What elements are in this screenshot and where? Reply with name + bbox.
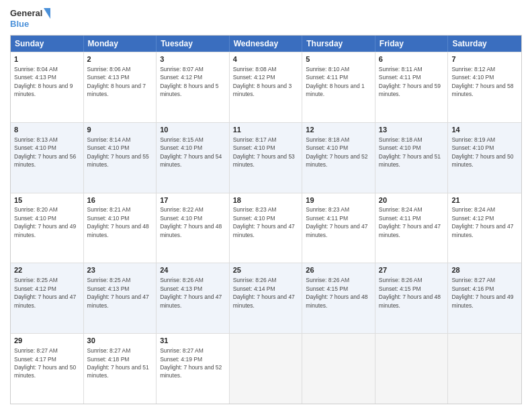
cal-cell: 2Sunrise: 8:06 AMSunset: 4:13 PMDaylight… bbox=[84, 52, 157, 122]
cal-cell: 25Sunrise: 8:26 AMSunset: 4:14 PMDayligh… bbox=[230, 263, 303, 333]
cell-text: Sunrise: 8:24 AMSunset: 4:12 PMDaylight:… bbox=[451, 206, 513, 238]
day-number: 10 bbox=[160, 125, 226, 135]
day-number: 27 bbox=[379, 265, 445, 275]
cal-cell: 27Sunrise: 8:26 AMSunset: 4:15 PMDayligh… bbox=[375, 263, 449, 333]
day-number: 18 bbox=[233, 195, 299, 205]
cal-cell: 17Sunrise: 8:22 AMSunset: 4:10 PMDayligh… bbox=[157, 193, 230, 263]
header-cell-sunday: Sunday bbox=[11, 36, 84, 52]
cal-cell bbox=[302, 334, 375, 404]
cal-cell: 10Sunrise: 8:15 AMSunset: 4:10 PMDayligh… bbox=[157, 123, 230, 193]
day-number: 16 bbox=[87, 195, 153, 205]
cell-text: Sunrise: 8:26 AMSunset: 4:13 PMDaylight:… bbox=[160, 277, 222, 308]
calendar-header: SundayMondayTuesdayWednesdayThursdayFrid… bbox=[11, 36, 521, 52]
cell-text: Sunrise: 8:27 AMSunset: 4:19 PMDaylight:… bbox=[160, 347, 222, 379]
cal-cell: 22Sunrise: 8:25 AMSunset: 4:12 PMDayligh… bbox=[11, 263, 84, 333]
day-number: 17 bbox=[160, 195, 226, 205]
cal-row-4: 29Sunrise: 8:27 AMSunset: 4:17 PMDayligh… bbox=[11, 333, 521, 404]
cell-text: Sunrise: 8:06 AMSunset: 4:13 PMDaylight:… bbox=[87, 66, 146, 97]
cal-cell: 30Sunrise: 8:27 AMSunset: 4:18 PMDayligh… bbox=[84, 334, 157, 404]
cal-row-2: 15Sunrise: 8:20 AMSunset: 4:10 PMDayligh… bbox=[11, 193, 521, 263]
day-number: 8 bbox=[14, 125, 80, 135]
day-number: 23 bbox=[87, 265, 153, 275]
cal-cell: 16Sunrise: 8:21 AMSunset: 4:10 PMDayligh… bbox=[84, 193, 157, 263]
cal-cell bbox=[375, 334, 449, 404]
calendar-body: 1Sunrise: 8:04 AMSunset: 4:13 PMDaylight… bbox=[11, 52, 521, 404]
svg-text:Blue: Blue bbox=[10, 19, 29, 29]
svg-text:General: General bbox=[10, 8, 42, 18]
day-number: 6 bbox=[379, 54, 445, 64]
cal-cell: 11Sunrise: 8:17 AMSunset: 4:10 PMDayligh… bbox=[230, 123, 303, 193]
cal-row-3: 22Sunrise: 8:25 AMSunset: 4:12 PMDayligh… bbox=[11, 263, 521, 333]
cell-text: Sunrise: 8:14 AMSunset: 4:10 PMDaylight:… bbox=[87, 136, 149, 168]
cell-text: Sunrise: 8:26 AMSunset: 4:15 PMDaylight:… bbox=[379, 277, 441, 308]
cell-text: Sunrise: 8:21 AMSunset: 4:10 PMDaylight:… bbox=[87, 206, 149, 238]
day-number: 22 bbox=[14, 265, 80, 275]
cal-cell: 14Sunrise: 8:19 AMSunset: 4:10 PMDayligh… bbox=[448, 123, 521, 193]
cell-text: Sunrise: 8:24 AMSunset: 4:11 PMDaylight:… bbox=[379, 206, 441, 238]
day-number: 5 bbox=[306, 54, 371, 64]
cal-cell: 6Sunrise: 8:11 AMSunset: 4:11 PMDaylight… bbox=[375, 52, 449, 122]
svg-marker-2 bbox=[44, 8, 50, 19]
day-number: 4 bbox=[233, 54, 299, 64]
cal-cell: 9Sunrise: 8:14 AMSunset: 4:10 PMDaylight… bbox=[84, 123, 157, 193]
cell-text: Sunrise: 8:10 AMSunset: 4:11 PMDaylight:… bbox=[306, 66, 364, 97]
cal-cell: 20Sunrise: 8:24 AMSunset: 4:11 PMDayligh… bbox=[375, 193, 449, 263]
cal-cell: 23Sunrise: 8:25 AMSunset: 4:13 PMDayligh… bbox=[84, 263, 157, 333]
cell-text: Sunrise: 8:20 AMSunset: 4:10 PMDaylight:… bbox=[14, 206, 76, 238]
cal-cell: 1Sunrise: 8:04 AMSunset: 4:13 PMDaylight… bbox=[11, 52, 84, 122]
day-number: 30 bbox=[87, 336, 153, 346]
cell-text: Sunrise: 8:27 AMSunset: 4:16 PMDaylight:… bbox=[451, 277, 513, 308]
cal-cell: 29Sunrise: 8:27 AMSunset: 4:17 PMDayligh… bbox=[11, 334, 84, 404]
cal-cell: 3Sunrise: 8:07 AMSunset: 4:12 PMDaylight… bbox=[157, 52, 230, 122]
day-number: 1 bbox=[14, 54, 80, 64]
cell-text: Sunrise: 8:08 AMSunset: 4:12 PMDaylight:… bbox=[233, 66, 292, 97]
header-cell-tuesday: Tuesday bbox=[157, 36, 230, 52]
day-number: 3 bbox=[160, 54, 226, 64]
cal-cell bbox=[230, 334, 303, 404]
day-number: 21 bbox=[451, 195, 518, 205]
cell-text: Sunrise: 8:19 AMSunset: 4:10 PMDaylight:… bbox=[451, 136, 513, 168]
cal-cell: 7Sunrise: 8:12 AMSunset: 4:10 PMDaylight… bbox=[448, 52, 521, 122]
cell-text: Sunrise: 8:27 AMSunset: 4:18 PMDaylight:… bbox=[87, 347, 149, 379]
day-number: 19 bbox=[306, 195, 371, 205]
day-number: 26 bbox=[306, 265, 371, 275]
cal-cell bbox=[448, 334, 521, 404]
cal-row-0: 1Sunrise: 8:04 AMSunset: 4:13 PMDaylight… bbox=[11, 52, 521, 122]
day-number: 13 bbox=[379, 125, 445, 135]
day-number: 14 bbox=[451, 125, 518, 135]
cal-cell: 13Sunrise: 8:18 AMSunset: 4:10 PMDayligh… bbox=[375, 123, 449, 193]
cell-text: Sunrise: 8:04 AMSunset: 4:13 PMDaylight:… bbox=[14, 66, 73, 97]
header-cell-saturday: Saturday bbox=[448, 36, 521, 52]
cal-cell: 5Sunrise: 8:10 AMSunset: 4:11 PMDaylight… bbox=[302, 52, 375, 122]
day-number: 11 bbox=[233, 125, 299, 135]
cal-cell: 12Sunrise: 8:18 AMSunset: 4:10 PMDayligh… bbox=[302, 123, 375, 193]
header: General Blue bbox=[10, 7, 522, 31]
header-cell-wednesday: Wednesday bbox=[230, 36, 303, 52]
cell-text: Sunrise: 8:25 AMSunset: 4:13 PMDaylight:… bbox=[87, 277, 149, 308]
cell-text: Sunrise: 8:18 AMSunset: 4:10 PMDaylight:… bbox=[379, 136, 441, 168]
logo: General Blue bbox=[10, 7, 50, 31]
cell-text: Sunrise: 8:17 AMSunset: 4:10 PMDaylight:… bbox=[233, 136, 295, 168]
cal-cell: 28Sunrise: 8:27 AMSunset: 4:16 PMDayligh… bbox=[448, 263, 521, 333]
cal-cell: 15Sunrise: 8:20 AMSunset: 4:10 PMDayligh… bbox=[11, 193, 84, 263]
day-number: 7 bbox=[451, 54, 518, 64]
cell-text: Sunrise: 8:23 AMSunset: 4:10 PMDaylight:… bbox=[233, 206, 295, 238]
header-cell-monday: Monday bbox=[84, 36, 157, 52]
cal-cell: 26Sunrise: 8:26 AMSunset: 4:15 PMDayligh… bbox=[302, 263, 375, 333]
cell-text: Sunrise: 8:15 AMSunset: 4:10 PMDaylight:… bbox=[160, 136, 222, 168]
cell-text: Sunrise: 8:26 AMSunset: 4:14 PMDaylight:… bbox=[233, 277, 295, 308]
cell-text: Sunrise: 8:12 AMSunset: 4:10 PMDaylight:… bbox=[451, 66, 513, 97]
cell-text: Sunrise: 8:26 AMSunset: 4:15 PMDaylight:… bbox=[306, 277, 367, 308]
cal-cell: 4Sunrise: 8:08 AMSunset: 4:12 PMDaylight… bbox=[230, 52, 303, 122]
cell-text: Sunrise: 8:13 AMSunset: 4:10 PMDaylight:… bbox=[14, 136, 76, 168]
header-cell-friday: Friday bbox=[375, 36, 449, 52]
cal-row-1: 8Sunrise: 8:13 AMSunset: 4:10 PMDaylight… bbox=[11, 122, 521, 193]
cell-text: Sunrise: 8:27 AMSunset: 4:17 PMDaylight:… bbox=[14, 347, 76, 379]
cell-text: Sunrise: 8:07 AMSunset: 4:12 PMDaylight:… bbox=[160, 66, 218, 97]
cal-cell: 8Sunrise: 8:13 AMSunset: 4:10 PMDaylight… bbox=[11, 123, 84, 193]
cell-text: Sunrise: 8:11 AMSunset: 4:11 PMDaylight:… bbox=[379, 66, 441, 97]
header-cell-thursday: Thursday bbox=[302, 36, 375, 52]
day-number: 15 bbox=[14, 195, 80, 205]
calendar: SundayMondayTuesdayWednesdayThursdayFrid… bbox=[10, 35, 522, 404]
cal-cell: 24Sunrise: 8:26 AMSunset: 4:13 PMDayligh… bbox=[157, 263, 230, 333]
